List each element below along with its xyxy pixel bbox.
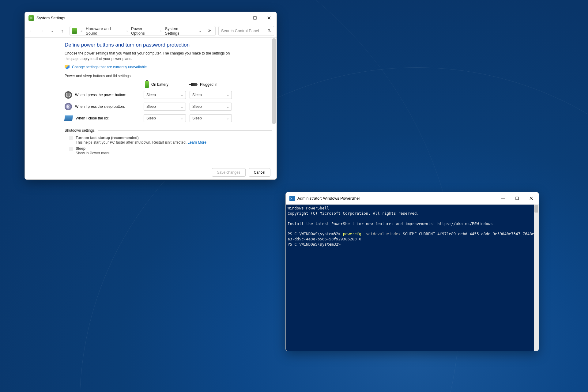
terminal-command: powercfg [343,232,361,236]
lid-battery-select[interactable]: Sleep⌄ [144,114,186,122]
page-description: Choose the power settings that you want … [65,51,230,62]
chevron-down-icon: ⌄ [227,117,229,120]
page-heading: Define power buttons and turn on passwor… [65,42,272,48]
powershell-icon: >_ [289,196,295,201]
recent-dropdown-button[interactable]: ⌄ [47,26,57,36]
power-button-icon [65,91,72,99]
chevron-right-icon: › [159,29,163,33]
terminal-line: Install the latest PowerShell for new fe… [288,221,493,226]
chevron-right-icon: › [125,29,129,33]
fast-startup-checkbox[interactable] [69,136,73,140]
back-button[interactable]: ← [27,26,36,36]
shield-link-text[interactable]: Change settings that are currently unava… [72,65,147,69]
power-button-battery-select[interactable]: Sleep⌄ [144,91,186,99]
minimize-button[interactable] [496,193,510,204]
svg-rect-1 [516,197,518,200]
window-title: System Settings [36,16,65,20]
chevron-down-icon: ⌄ [227,93,229,97]
system-settings-window: System Settings ← → ⌄ ↑ « Hardware and S… [24,12,277,180]
learn-more-link[interactable]: Learn More [188,140,206,145]
lid-close-row: When I close the lid: Sleep⌄ Sleep⌄ [65,114,272,122]
settings-icon [28,15,34,21]
breadcrumb-sep: « [79,29,84,33]
chevron-down-icon: ⌄ [227,105,229,108]
maximize-button[interactable] [510,193,524,204]
navigation-toolbar: ← → ⌄ ↑ « Hardware and Sound › Power Opt… [25,24,277,38]
divider [98,130,272,131]
divider [134,76,272,76]
save-changes-button[interactable]: Save changes [212,168,246,177]
sleep-button-row: When I press the sleep button: Sleep⌄ Sl… [65,103,272,111]
terminal-flag: -setdcvalueindex [361,232,401,236]
sleep-button-battery-select[interactable]: Sleep⌄ [144,103,186,111]
titlebar[interactable]: >_ Administrator: Windows PowerShell [286,192,539,205]
chevron-down-icon: ⌄ [181,105,183,108]
window-title: Administrator: Windows PowerShell [297,196,360,201]
cancel-button[interactable]: Cancel [249,168,270,177]
sleep-checkbox-row: Sleep Show in Power menu. [69,146,272,155]
chevron-down-icon: ⌄ [181,117,183,120]
lid-plugged-select[interactable]: Sleep⌄ [190,114,232,122]
power-button-plugged-select[interactable]: Sleep⌄ [190,91,232,99]
search-placeholder: Search Control Panel [221,28,259,33]
terminal-prompt: PS C:\WINDOWS\system32> [288,242,341,247]
content-area: Define power buttons and turn on passwor… [25,38,277,165]
plug-icon [191,83,198,86]
battery-icon [145,81,149,88]
search-icon: 🔍︎ [267,28,271,33]
power-buttons-section-label: Power and sleep buttons and lid settings [65,74,272,78]
uac-shield-icon [65,65,70,70]
titlebar[interactable]: System Settings [25,12,277,24]
breadcrumb-item[interactable]: System Settings [164,26,195,36]
terminal-line: Windows PowerShell [288,206,329,210]
up-button[interactable]: ↑ [58,26,67,36]
breadcrumb-item[interactable]: Power Options [130,26,158,36]
sleep-button-plugged-select[interactable]: Sleep⌄ [190,103,232,111]
close-button[interactable] [524,193,538,204]
fast-startup-label: Turn on fast startup (recommended) [76,136,206,140]
sleep-checkbox-hint: Show in Power menu. [76,151,111,155]
breadcrumb-dropdown-button[interactable]: ⌄ [196,27,204,35]
breadcrumb-bar[interactable]: « Hardware and Sound › Power Options › S… [70,26,216,36]
shutdown-section-label: Shutdown settings [65,128,272,133]
control-panel-icon [72,28,77,34]
terminal-line: Copyright (C) Microsoft Corporation. All… [288,211,419,216]
power-button-row: When I press the power button: Sleep⌄ Sl… [65,91,272,99]
footer-bar: Save changes Cancel [25,165,277,179]
breadcrumb-item[interactable]: Hardware and Sound [85,26,124,36]
forward-button[interactable]: → [37,26,47,36]
column-headers: On battery Plugged in [65,81,272,88]
sleep-checkbox-label: Sleep [76,146,111,151]
vertical-scrollbar[interactable] [534,205,539,351]
close-button[interactable] [262,12,276,24]
sleep-checkbox[interactable] [69,147,73,151]
svg-rect-0 [254,17,256,19]
fast-startup-hint: This helps start your PC faster after sh… [76,140,206,145]
vertical-scrollbar[interactable] [272,38,276,124]
maximize-button[interactable] [248,12,262,24]
lid-icon [64,115,73,121]
chevron-down-icon: ⌄ [181,93,183,97]
sleep-button-icon [65,103,72,110]
powershell-window: >_ Administrator: Windows PowerShell Win… [285,192,539,351]
change-unavailable-settings-link[interactable]: Change settings that are currently unava… [65,65,272,70]
refresh-button[interactable]: ⟳ [205,27,213,35]
minimize-button[interactable] [234,12,248,24]
terminal-prompt: PS C:\WINDOWS\system32> [288,232,343,236]
terminal-body[interactable]: Windows PowerShell Copyright (C) Microso… [286,205,539,351]
search-input[interactable]: Search Control Panel 🔍︎ [218,26,274,36]
fast-startup-checkbox-row: Turn on fast startup (recommended) This … [69,136,272,145]
